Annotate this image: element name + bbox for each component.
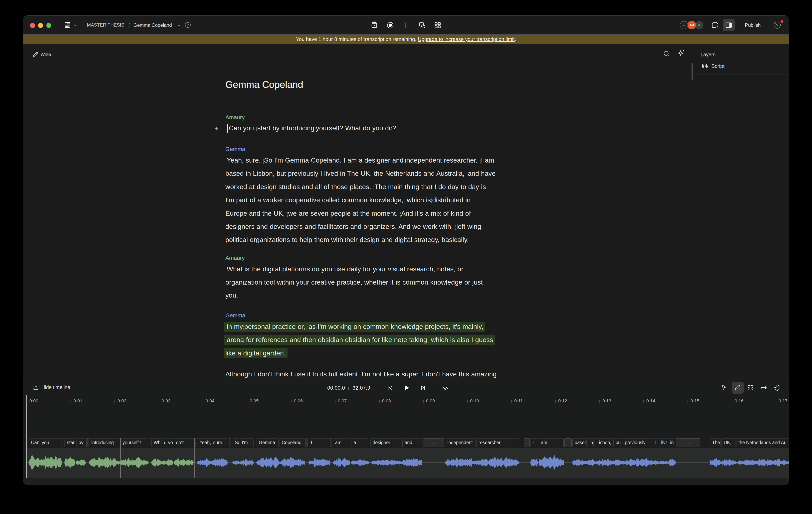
- svg-text:?: ?: [776, 23, 778, 27]
